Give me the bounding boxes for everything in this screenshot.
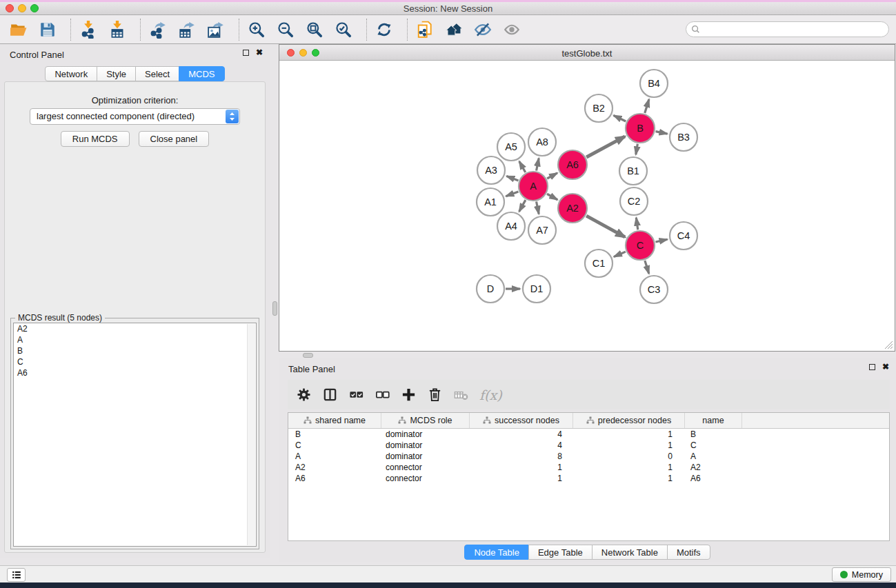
column-header-mcds-role[interactable]: MCDS role <box>381 413 470 428</box>
first-neighbors-icon[interactable] <box>445 21 463 39</box>
graph-edge-C-C2[interactable] <box>636 218 637 230</box>
show-all-icon[interactable] <box>503 21 521 39</box>
graph-edge-A-A8[interactable] <box>537 159 539 171</box>
table-row[interactable]: A2connector11A2 <box>288 462 889 473</box>
result-item[interactable]: A6 <box>14 367 256 378</box>
graph-node-A7[interactable]: A7 <box>528 216 556 244</box>
tab-network-table[interactable]: Network Table <box>592 545 668 560</box>
new-network-from-selection-icon[interactable] <box>416 21 434 39</box>
close-table-panel-icon[interactable]: ✖ <box>882 363 889 370</box>
graph-node-A5[interactable]: A5 <box>497 133 525 161</box>
table-row[interactable]: Adominator80A <box>288 451 889 462</box>
graph-edge-A2-C[interactable] <box>586 216 625 237</box>
unselect-all-columns-icon[interactable] <box>375 387 390 403</box>
graph-edge-A-A4[interactable] <box>519 200 526 212</box>
tab-node-table[interactable]: Node Table <box>464 545 529 560</box>
graph-node-D[interactable]: D <box>477 275 504 303</box>
tab-mcds[interactable]: MCDS <box>179 66 224 81</box>
graph-node-C3[interactable]: C3 <box>640 276 668 303</box>
import-network-icon[interactable] <box>79 21 97 39</box>
tab-edge-table[interactable]: Edge Table <box>528 545 593 560</box>
column-header-successor-nodes[interactable]: successor nodes <box>470 413 573 428</box>
graph-node-A8[interactable]: A8 <box>528 128 556 156</box>
graph-edge-A-A1[interactable] <box>506 192 519 196</box>
table-settings-gear-icon[interactable] <box>296 387 312 403</box>
export-image-icon[interactable] <box>207 21 225 39</box>
graph-edge-C-C4[interactable] <box>655 239 667 242</box>
result-list-scrollbar[interactable] <box>247 324 255 545</box>
zoom-fit-icon[interactable] <box>306 21 323 39</box>
graph-node-C1[interactable]: C1 <box>585 250 613 277</box>
graph-node-A[interactable]: A <box>519 172 548 201</box>
open-session-icon[interactable] <box>10 21 28 39</box>
result-item[interactable]: A2 <box>14 323 256 334</box>
tab-select[interactable]: Select <box>135 66 179 81</box>
graph-node-A1[interactable]: A1 <box>477 188 504 216</box>
search-input[interactable] <box>703 25 888 34</box>
close-panel-icon[interactable]: ✖ <box>256 49 263 56</box>
import-table-icon[interactable] <box>108 21 126 39</box>
graph-node-A6[interactable]: A6 <box>558 150 587 179</box>
graph-edge-A-A5[interactable] <box>519 161 526 172</box>
tab-network[interactable]: Network <box>45 66 97 81</box>
window-resize-grip[interactable] <box>884 341 893 349</box>
graph-edge-B-B2[interactable] <box>614 115 626 121</box>
zoom-selected-icon[interactable] <box>335 21 352 39</box>
column-header-predecessor-nodes[interactable]: predecessor nodes <box>573 413 685 428</box>
memory-button[interactable]: Memory <box>832 567 891 582</box>
graph-edge-B-B1[interactable] <box>636 144 638 155</box>
delete-columns-icon[interactable] <box>427 387 443 403</box>
network-canvas[interactable]: B4B2BB3B1A8A5A6A3AA1C2A2A4A7C4CC1C3DD1 <box>279 61 895 351</box>
tab-style[interactable]: Style <box>97 66 136 81</box>
graph-node-C4[interactable]: C4 <box>670 222 697 250</box>
zoom-in-icon[interactable] <box>248 21 266 39</box>
graph-edge-A-A7[interactable] <box>537 202 539 214</box>
refresh-icon[interactable] <box>375 21 393 39</box>
graph-node-A3[interactable]: A3 <box>477 156 505 184</box>
optimization-criterion-select[interactable]: largest connected component (directed) <box>30 108 240 125</box>
graph-node-D1[interactable]: D1 <box>523 275 550 303</box>
result-item[interactable]: B <box>14 345 256 356</box>
graph-edge-A6-B[interactable] <box>586 136 625 157</box>
show-columns-icon[interactable] <box>322 387 338 403</box>
graph-edge-C-C3[interactable] <box>645 261 649 274</box>
float-table-panel-icon[interactable] <box>869 364 875 370</box>
close-panel-button[interactable]: Close panel <box>139 131 210 147</box>
zoom-out-icon[interactable] <box>277 21 295 39</box>
select-all-columns-icon[interactable] <box>348 387 364 403</box>
delete-table-icon[interactable] <box>453 387 469 403</box>
tab-motifs[interactable]: Motifs <box>667 545 710 560</box>
run-mcds-button[interactable]: Run MCDS <box>61 131 130 147</box>
add-column-icon[interactable] <box>401 387 417 403</box>
hide-selected-icon[interactable] <box>474 21 492 39</box>
vertical-scrollbar-thumb[interactable] <box>272 301 277 316</box>
graph-edge-A-A2[interactable] <box>547 194 557 200</box>
result-item[interactable]: C <box>14 356 256 367</box>
graph-edge-A-A3[interactable] <box>506 176 518 180</box>
graph-edge-B-B4[interactable] <box>645 99 649 113</box>
graph-edge-C-C1[interactable] <box>614 252 626 256</box>
graph-edge-A-A6[interactable] <box>547 173 557 179</box>
export-network-icon[interactable] <box>149 21 167 39</box>
graph-node-C2[interactable]: C2 <box>620 187 648 215</box>
task-history-button[interactable] <box>7 568 26 582</box>
graph-node-B4[interactable]: B4 <box>640 70 668 97</box>
graph-node-A2[interactable]: A2 <box>558 194 587 223</box>
result-item[interactable]: A <box>14 334 256 345</box>
graph-node-B2[interactable]: B2 <box>585 94 613 122</box>
float-panel-icon[interactable] <box>243 50 249 56</box>
graph-node-B[interactable]: B <box>626 114 655 143</box>
function-builder-icon[interactable]: f(x) <box>479 387 502 403</box>
table-row[interactable]: A6connector11A6 <box>288 473 889 484</box>
graph-edge-B-B3[interactable] <box>656 132 668 134</box>
horizontal-scrollbar-thumb[interactable] <box>303 353 313 358</box>
graph-node-C[interactable]: C <box>626 231 655 260</box>
table-row[interactable]: Cdominator41C <box>288 440 889 451</box>
column-header-shared-name[interactable]: shared name <box>288 413 381 428</box>
graph-node-B3[interactable]: B3 <box>670 123 697 151</box>
graph-node-A4[interactable]: A4 <box>497 212 525 240</box>
export-table-icon[interactable] <box>178 21 196 39</box>
column-header-name[interactable]: name <box>685 413 742 428</box>
search-box[interactable] <box>686 21 889 37</box>
graph-node-B1[interactable]: B1 <box>619 157 647 185</box>
